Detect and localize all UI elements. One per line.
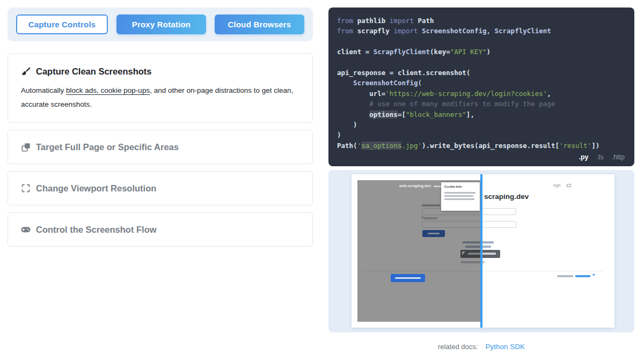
tab-label: Proxy Rotation [132,20,191,29]
pages-icon [21,142,31,152]
lang-tab-py[interactable]: .py [579,152,588,162]
accordion-header[interactable]: Control the Screenshot Flow [21,225,299,235]
feature-description: Automatically block ads, cookie pop-ups,… [21,84,299,112]
tab-capture-controls[interactable]: Capture Controls [16,14,108,34]
feature-title: Capture Clean Screenshots [36,66,151,77]
viewport-icon [21,183,31,193]
comparison-slider-handle[interactable] [480,174,482,328]
feature-card-screenshot-flow: Control the Screenshot Flow [8,212,313,247]
feature-column: Capture Controls Proxy Rotation Cloud Br… [8,8,313,351]
feature-title: Control the Screenshot Flow [36,225,157,235]
footer-link-bar [575,275,590,277]
accordion-header[interactable]: Change Viewport Resolution [21,183,299,194]
code-snippet-panel: from pathlib import Pathfrom scrapfly im… [328,8,634,166]
tab-proxy-rotation[interactable]: Proxy Rotation [116,14,206,34]
comparison-screenshot: login scraping.dev Password [352,174,614,328]
lang-tab-ts[interactable]: .ts [596,152,603,162]
page-login-link: login [553,183,561,187]
footer-text-bar [557,275,573,277]
feature-title: Change Viewport Resolution [36,183,156,194]
nav-link-bar [434,186,441,187]
feature-title: Target Full Page or Specific Areas [36,142,179,152]
screenshot-preview-panel: login scraping.dev Password [328,170,634,332]
cart-icon [567,184,571,187]
lang-tab-http[interactable]: .http [612,152,625,162]
tab-label: Cloud Browsers [228,20,291,29]
description-link[interactable]: block ads, cookie pop-ups [66,86,150,94]
accordion-header[interactable]: Target Full Page or Specific Areas [21,142,299,152]
heart-icon: ♥ [592,272,595,277]
cookie-popup-title: Cookie Info [444,185,477,188]
feature-card-target-areas: Target Full Page or Specific Areas [8,130,313,164]
page-brand: web-scraping.dev [399,184,431,188]
captured-page: login scraping.dev Password [357,180,609,322]
category-tabbar: Capture Controls Proxy Rotation Cloud Br… [8,8,313,41]
python-sdk-link[interactable]: Python SDK [485,343,525,351]
gamepad-icon [21,225,31,234]
related-docs-row: related docs: Python SDK [328,343,634,351]
description-text: Automatically [21,86,66,94]
feature-card-viewport-resolution: Change Viewport Resolution [8,171,313,205]
lang-tabs: .py.ts.http [579,152,625,162]
accordion-header[interactable]: Capture Clean Screenshots [21,66,299,77]
related-docs-label: related docs: [438,343,478,351]
feature-card-capture-clean-screenshots: Capture Clean Screenshots Automatically … [8,53,313,123]
code-lines: from pathlib import Pathfrom scrapfly im… [337,16,626,151]
tab-label: Capture Controls [28,20,96,29]
page: Capture Controls Proxy Rotation Cloud Br… [0,0,644,351]
demo-column: from pathlib import Pathfrom scrapfly im… [328,8,634,351]
tab-cloud-browsers[interactable]: Cloud Browsers [215,14,304,34]
cookie-popup: Cookie Info [441,182,480,211]
blocked-banner-button [391,274,425,282]
brush-icon [21,67,31,77]
page-heading: scraping.dev [484,193,529,201]
